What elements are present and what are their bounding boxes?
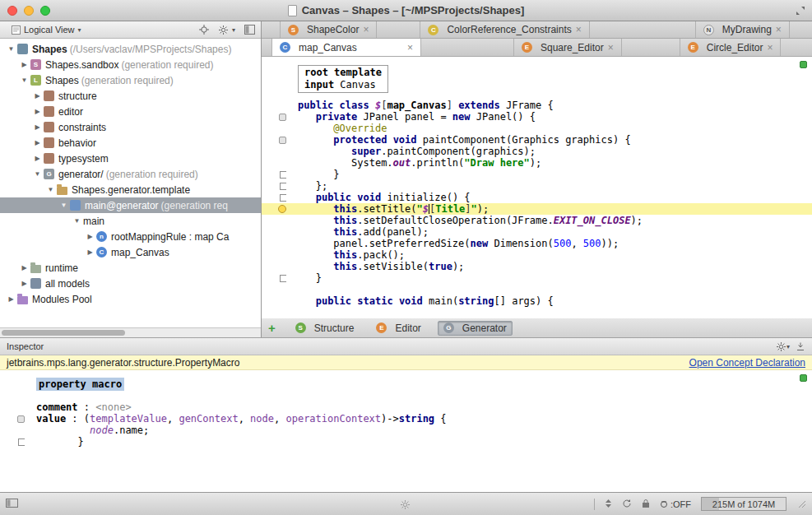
collapse-arrow-icon[interactable]: ▼ (58, 202, 70, 209)
tree-item-shapes[interactable]: ▼LShapes (generation required) (0, 72, 261, 88)
constraints-aspect-icon (44, 122, 54, 132)
code-text: this.pack(); (298, 249, 405, 261)
code-token: protected (333, 134, 387, 146)
gutter-mark-icon[interactable] (17, 415, 25, 423)
sync-icon[interactable] (622, 499, 632, 510)
view-selector[interactable]: Logical View (24, 25, 75, 35)
scrollbar-thumb[interactable] (2, 330, 125, 336)
chevron-down-icon[interactable]: ▾ (786, 343, 790, 350)
close-tab-icon[interactable]: × (608, 43, 614, 53)
tree-item-behavior[interactable]: ▶behavior (0, 135, 261, 151)
titlebar[interactable]: Canvas – Shapes – [~/MPSProjects/Shapes] (0, 0, 812, 21)
tree-item-label: typesystem (58, 153, 109, 165)
close-tab-icon[interactable]: × (363, 25, 369, 35)
tree-item-shapes-generator-template[interactable]: ▼Shapes.generator.template (0, 182, 261, 197)
aspect-tab-generator[interactable]: GGenerator (438, 321, 513, 336)
tree-item-structure[interactable]: ▶structure (0, 88, 261, 104)
dock-panel-icon[interactable] (796, 341, 805, 351)
hide-panel-icon[interactable] (244, 25, 255, 35)
collapse-arrow-icon[interactable]: ▼ (44, 186, 57, 193)
editor-node-icon: E (522, 42, 532, 53)
tree-item-runtime[interactable]: ▶runtime (0, 260, 261, 276)
scroll-to-node-icon[interactable] (199, 25, 209, 35)
chevron-down-icon[interactable]: ▾ (78, 26, 81, 34)
chevron-down-icon[interactable]: ▾ (232, 26, 235, 34)
expand-arrow-icon[interactable]: ▶ (31, 155, 44, 162)
zoom-window-button[interactable] (40, 6, 50, 16)
expand-arrow-icon[interactable]: ▶ (31, 123, 44, 131)
code-token: new (471, 238, 489, 249)
close-tab-icon[interactable]: × (776, 25, 782, 35)
code-line: public static void main(string[] args) { (262, 295, 812, 307)
close-window-button[interactable] (7, 6, 17, 16)
close-tab-icon[interactable]: × (576, 25, 582, 35)
line-separator-icon[interactable] (605, 499, 612, 510)
language-icon: L (30, 75, 41, 86)
fold-handle-icon[interactable] (280, 171, 286, 179)
code-line: property macro (0, 378, 812, 390)
tree-item-shapes-sandbox[interactable]: ▶SShapes.sandbox (generation required) (0, 57, 261, 72)
expand-arrow-icon[interactable]: ▶ (18, 61, 30, 68)
settings-gear-icon[interactable] (218, 25, 229, 35)
fullscreen-icon[interactable] (795, 5, 806, 20)
inspector-editor[interactable]: property macrocomment : <none>value : (t… (0, 370, 812, 492)
expand-arrow-icon[interactable]: ▶ (18, 264, 30, 271)
tree-item-shapes[interactable]: ▼Shapes (/Users/vaclav/MPSProjects/Shape… (0, 41, 261, 57)
tree-item-generator[interactable]: ▼Ggenerator/ (generation required) (0, 166, 261, 182)
close-tab-icon[interactable]: × (407, 43, 413, 53)
tab-colorreference-constraints[interactable]: CColorReference_Constraints× (420, 21, 589, 38)
tree-item-typesystem[interactable]: ▶typesystem (0, 151, 261, 166)
fold-handle-icon[interactable] (280, 194, 286, 202)
code-token: $ (423, 203, 429, 215)
tree-item-main[interactable]: ▼main (0, 213, 261, 229)
collapse-arrow-icon[interactable]: ▼ (18, 77, 30, 84)
gutter (0, 413, 36, 425)
tree-item-rootmappingrule-map-ca[interactable]: ▶nrootMappingRule : map Ca (0, 229, 261, 244)
collapse-arrow-icon[interactable]: ▼ (71, 217, 83, 225)
logical-view-icon (12, 26, 21, 35)
close-tab-icon[interactable]: × (767, 43, 773, 53)
fold-handle-icon[interactable] (18, 438, 25, 446)
expand-arrow-icon[interactable]: ▶ (31, 139, 44, 146)
tab-shapecolor[interactable]: SShapeColor× (280, 21, 377, 38)
document-icon (288, 5, 297, 16)
tree-item-main-generator[interactable]: ▼main@generator (generation req (0, 197, 261, 213)
open-concept-declaration-link[interactable]: Open Concept Declaration (689, 357, 805, 369)
collapse-arrow-icon[interactable]: ▼ (31, 170, 44, 178)
tree-item-constraints[interactable]: ▶constraints (0, 119, 261, 135)
expand-arrow-icon[interactable]: ▶ (5, 295, 17, 303)
code-editor[interactable]: root template input Canvas public class … (262, 57, 812, 318)
tab-mydrawing[interactable]: NMyDrawing× (695, 21, 790, 38)
tab-circle-editor[interactable]: ECircle_Editor× (680, 39, 782, 56)
expand-arrow-icon[interactable]: ▶ (31, 92, 44, 100)
resize-grip-icon[interactable] (796, 499, 806, 510)
gutter-mark-icon[interactable] (279, 114, 286, 121)
expand-arrow-icon[interactable]: ▶ (84, 233, 96, 240)
code-lines: public class $[map_Canvas] extends JFram… (262, 100, 812, 307)
tree-item-map-canvas[interactable]: ▶Cmap_Canvas (0, 244, 261, 260)
minimize-window-button[interactable] (24, 6, 34, 16)
lock-icon[interactable] (642, 499, 650, 510)
aspect-tab-structure[interactable]: SStructure (290, 321, 360, 336)
gutter (262, 284, 298, 295)
intention-bulb-icon[interactable] (278, 205, 286, 213)
tab-square-editor[interactable]: ESquare_Editor× (513, 39, 622, 56)
collapse-arrow-icon[interactable]: ▼ (5, 45, 17, 53)
settings-gear-icon[interactable] (776, 341, 786, 352)
tree-horizontal-scrollbar[interactable] (0, 327, 261, 337)
aspect-tab-editor[interactable]: EEditor (370, 321, 426, 336)
expand-arrow-icon[interactable]: ▶ (18, 280, 30, 287)
inspections-toggle[interactable]: :OFF (660, 499, 691, 509)
expand-arrow-icon[interactable]: ▶ (31, 108, 44, 115)
tree-item-modules-pool[interactable]: ▶Modules Pool (0, 291, 261, 307)
expand-arrow-icon[interactable]: ▶ (84, 248, 96, 256)
add-aspect-button[interactable]: + (268, 321, 276, 335)
tree-item-all-models[interactable]: ▶all models (0, 276, 261, 291)
toggle-toolwindows-icon[interactable] (6, 499, 18, 509)
tab-map-canvas[interactable]: Cmap_Canvas× (271, 39, 421, 56)
fold-handle-icon[interactable] (280, 275, 286, 282)
tree-item-editor[interactable]: ▶editor (0, 104, 261, 119)
gutter-mark-icon[interactable] (279, 137, 286, 144)
fold-handle-icon[interactable] (280, 183, 286, 190)
memory-indicator[interactable]: 215M of 1074M (701, 497, 786, 511)
